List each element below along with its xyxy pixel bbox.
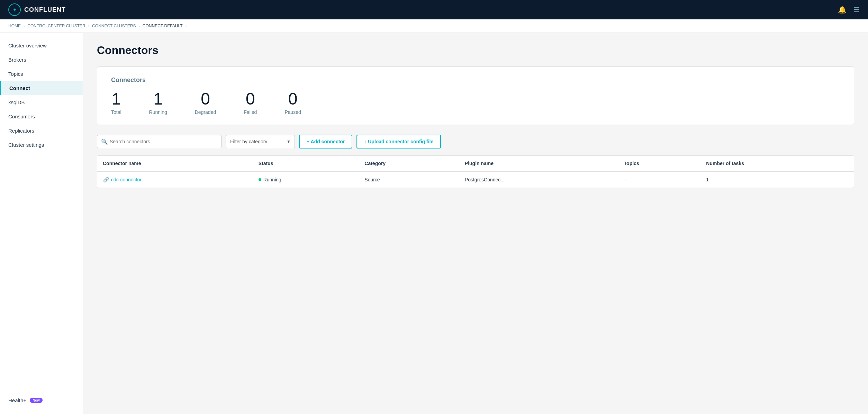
stat-paused-label: Paused: [284, 109, 301, 115]
status-label: Running: [263, 177, 281, 182]
sidebar-item-cluster-settings[interactable]: Cluster settings: [0, 138, 83, 152]
stat-running-value: 1: [149, 91, 167, 107]
filter-by-category-select[interactable]: Filter by category Source Sink: [226, 135, 295, 148]
sidebar-footer: Health+ New: [0, 392, 83, 409]
stats-card-title: Connectors: [111, 76, 840, 84]
sidebar-nav: Cluster overview Brokers Topics Connect …: [0, 38, 83, 380]
stat-total: 1 Total: [111, 91, 121, 115]
sidebar-item-cluster-overview[interactable]: Cluster overview: [0, 38, 83, 53]
breadcrumb-home[interactable]: HOME: [8, 24, 21, 28]
table-header: Connector name Status Category Plugin na…: [97, 156, 854, 171]
cell-category: Source: [359, 171, 459, 188]
connector-link-icon: 🔗: [103, 177, 109, 183]
breadcrumb-connect-default[interactable]: CONNECT-DEFAULT: [143, 24, 183, 28]
connectors-toolbar: 🔍 Filter by category Source Sink ▼ + Add…: [97, 135, 854, 148]
stat-total-label: Total: [111, 109, 121, 115]
brand-name: CONFLUENT: [24, 6, 66, 14]
table-row: 🔗 cdc-connector Running Source PostgresC…: [97, 171, 854, 188]
topnav-left: ✦ CONFLUENT: [8, 3, 66, 16]
page-title: Connectors: [97, 44, 854, 57]
sidebar: Cluster overview Brokers Topics Connect …: [0, 33, 83, 414]
upload-connector-config-button[interactable]: ↑ Upload connector config file: [356, 135, 441, 148]
stat-degraded-label: Degraded: [195, 109, 216, 115]
stats-row: 1 Total 1 Running 0 Degraded 0 Failed 0: [111, 91, 840, 115]
cell-tasks: 1: [700, 171, 854, 188]
stat-paused: 0 Paused: [284, 91, 301, 115]
main-content: Connectors Connectors 1 Total 1 Running …: [83, 33, 868, 414]
cell-topics: --: [618, 171, 701, 188]
breadcrumb-cluster[interactable]: CONTROLCENTER.CLUSTER: [27, 24, 85, 28]
add-connector-button[interactable]: + Add connector: [299, 135, 352, 148]
stat-degraded: 0 Degraded: [195, 91, 216, 115]
stat-degraded-value: 0: [195, 91, 216, 107]
table-header-row: Connector name Status Category Plugin na…: [97, 156, 854, 171]
stat-total-value: 1: [111, 91, 121, 107]
col-plugin-name: Plugin name: [459, 156, 618, 171]
cell-connector-name: 🔗 cdc-connector: [97, 171, 253, 188]
upload-connector-label: ↑ Upload connector config file: [364, 139, 433, 144]
sidebar-item-consumers[interactable]: Consumers: [0, 109, 83, 124]
connectors-table-wrap: Connector name Status Category Plugin na…: [97, 155, 854, 188]
sidebar-divider: [0, 386, 83, 386]
filter-select-wrap: Filter by category Source Sink ▼: [226, 135, 295, 148]
confluent-logo-icon[interactable]: ✦: [8, 3, 21, 16]
col-topics: Topics: [618, 156, 701, 171]
search-input[interactable]: [97, 135, 221, 148]
stat-running: 1 Running: [149, 91, 167, 115]
table-body: 🔗 cdc-connector Running Source PostgresC…: [97, 171, 854, 188]
connector-name-link[interactable]: cdc-connector: [111, 177, 142, 182]
breadcrumb-connect-clusters[interactable]: CONNECT CLUSTERS: [92, 24, 136, 28]
stat-failed: 0 Failed: [244, 91, 257, 115]
connectors-table: Connector name Status Category Plugin na…: [97, 156, 854, 188]
sidebar-item-topics[interactable]: Topics: [0, 67, 83, 81]
sidebar-item-replicators[interactable]: Replicators: [0, 124, 83, 138]
sidebar-item-connect[interactable]: Connect: [0, 81, 83, 95]
breadcrumb-sep-2: ›: [88, 24, 89, 28]
breadcrumb-sep-3: ›: [139, 24, 140, 28]
main-layout: Cluster overview Brokers Topics Connect …: [0, 33, 868, 414]
stat-running-label: Running: [149, 109, 167, 115]
topnav-right: 🔔 ☰: [838, 6, 860, 14]
connectors-stats-card: Connectors 1 Total 1 Running 0 Degraded …: [97, 66, 854, 125]
menu-icon[interactable]: ☰: [853, 6, 860, 14]
breadcrumb: HOME › CONTROLCENTER.CLUSTER › CONNECT C…: [0, 19, 868, 33]
cell-plugin: PostgresConnec...: [459, 171, 618, 188]
sidebar-item-brokers[interactable]: Brokers: [0, 53, 83, 67]
col-connector-name: Connector name: [97, 156, 253, 171]
cell-status: Running: [253, 171, 359, 188]
col-category: Category: [359, 156, 459, 171]
stat-paused-value: 0: [284, 91, 301, 107]
sidebar-item-ksqldb[interactable]: ksqlDB: [0, 95, 83, 109]
bell-icon[interactable]: 🔔: [838, 6, 847, 14]
col-num-tasks: Number of tasks: [700, 156, 854, 171]
search-icon: 🔍: [101, 138, 108, 145]
col-status: Status: [253, 156, 359, 171]
search-input-wrap: 🔍: [97, 135, 221, 148]
stat-failed-label: Failed: [244, 109, 257, 115]
breadcrumb-sep-1: ›: [24, 24, 25, 28]
add-connector-label: + Add connector: [307, 139, 345, 144]
health-plus-badge: New: [30, 398, 43, 403]
stat-failed-value: 0: [244, 91, 257, 107]
top-navigation: ✦ CONFLUENT 🔔 ☰: [0, 0, 868, 19]
status-running-dot: [259, 178, 261, 181]
health-plus-label: Health+: [8, 397, 26, 403]
breadcrumb-sep-4: ›: [186, 24, 187, 28]
